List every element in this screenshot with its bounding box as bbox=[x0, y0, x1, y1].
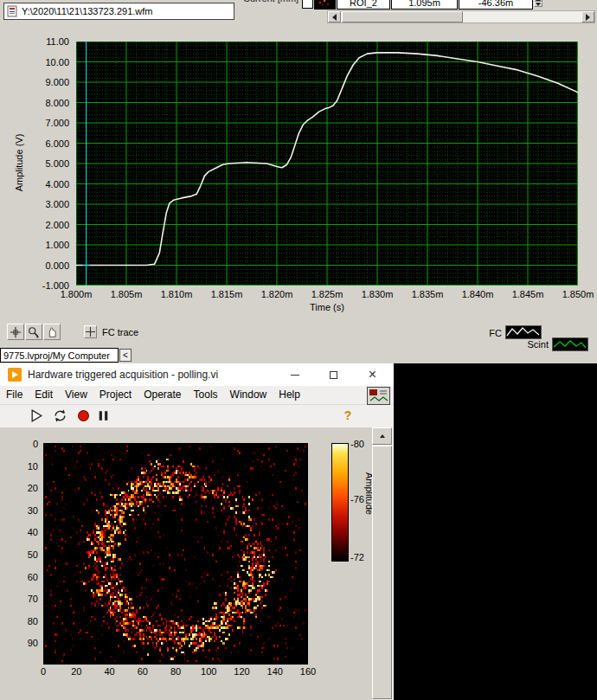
y-tick-label: 6.000 bbox=[45, 138, 69, 149]
roi-value1-cell[interactable]: 1.095m bbox=[391, 0, 458, 10]
intensity-y-tick-label: 60 bbox=[28, 572, 38, 582]
scroll-right-icon bbox=[586, 14, 590, 21]
menu-item-view[interactable]: View bbox=[59, 386, 93, 404]
zoom-tool-button[interactable] bbox=[25, 324, 42, 340]
help-icon: ? bbox=[344, 408, 352, 422]
x-tick-label: 1.810m bbox=[157, 289, 196, 299]
y-tick-label: 4.000 bbox=[45, 179, 69, 189]
run-button[interactable] bbox=[29, 408, 45, 424]
menu-item-edit[interactable]: Edit bbox=[29, 386, 59, 404]
horizontal-scrollbar[interactable] bbox=[327, 10, 595, 23]
maximize-icon bbox=[330, 371, 337, 379]
pause-button[interactable] bbox=[96, 408, 112, 424]
scrollbar-thumb[interactable] bbox=[342, 11, 463, 22]
intensity-y-ticks: 0102030405060708090 bbox=[12, 443, 40, 677]
close-icon: × bbox=[369, 367, 376, 382]
scroll-left-button[interactable] bbox=[328, 11, 341, 22]
vertical-scrollbar-thumb[interactable] bbox=[372, 446, 392, 699]
x-tick-label: 1.830m bbox=[358, 289, 396, 299]
x-tick-label: 1.800m bbox=[57, 289, 95, 299]
pan-tool-button[interactable] bbox=[43, 324, 61, 340]
clipped-header-label: Current [mm] bbox=[243, 0, 298, 3]
colorbar-tick-label: -80 bbox=[350, 439, 364, 449]
intensity-x-ticks: 020406080100120140160 bbox=[43, 666, 313, 678]
intensity-graph[interactable] bbox=[43, 443, 308, 665]
spinner-down-icon[interactable] bbox=[534, 2, 542, 7]
fc-waveform-icon bbox=[506, 326, 541, 338]
menu-item-project[interactable]: Project bbox=[93, 386, 138, 404]
vi-toolbar: ? bbox=[0, 406, 394, 427]
scroll-up-icon bbox=[380, 434, 385, 438]
y-tick-label: 7.000 bbox=[45, 118, 69, 128]
target-text: 9775.lvproj/My Computer bbox=[3, 350, 110, 361]
intensity-x-tick-label: 120 bbox=[229, 666, 255, 677]
intensity-y-tick-label: 10 bbox=[28, 461, 38, 472]
cursor-move-icon bbox=[86, 327, 95, 337]
abort-button[interactable] bbox=[76, 408, 92, 424]
cursor-legend-button[interactable] bbox=[84, 325, 97, 338]
y-tick-label: 3.000 bbox=[45, 199, 69, 209]
waveform-plot[interactable] bbox=[76, 42, 578, 286]
intensity-x-tick-label: 0 bbox=[30, 666, 56, 677]
y-axis-ticks: 11.0010.009.0008.0007.0006.0005.0004.000… bbox=[29, 42, 73, 292]
y-tick-label: 2.000 bbox=[45, 220, 69, 230]
y-tick-label: 10.00 bbox=[45, 57, 69, 67]
file-path-text: Y:\2020\11\21\133723.291.wfm bbox=[22, 6, 152, 16]
x-tick-label: 1.820m bbox=[258, 289, 296, 299]
intensity-y-tick-label: 40 bbox=[28, 527, 38, 537]
legend-swatch-fc[interactable] bbox=[505, 325, 542, 339]
roi-thumbnail-icon bbox=[314, 0, 336, 10]
title-bar: Hardware triggered acquisition - polling… bbox=[0, 363, 394, 386]
target-back-button[interactable]: < bbox=[119, 349, 132, 362]
run-arrow-icon bbox=[29, 408, 44, 423]
x-axis-label: Time (s) bbox=[76, 302, 578, 312]
run-continuously-button[interactable] bbox=[53, 408, 68, 424]
intensity-y-tick-label: 20 bbox=[28, 483, 38, 493]
intensity-x-tick-label: 60 bbox=[130, 666, 156, 677]
legend-swatch-scint[interactable] bbox=[552, 337, 588, 351]
target-indicator: 9775.lvproj/My Computer bbox=[0, 348, 119, 363]
intensity-y-tick-label: 0 bbox=[33, 439, 38, 449]
context-help-button[interactable]: ? bbox=[341, 408, 355, 424]
minimize-button[interactable] bbox=[275, 363, 314, 386]
roi-spinner[interactable] bbox=[534, 0, 542, 7]
x-tick-label: 1.850m bbox=[559, 289, 597, 299]
intensity-x-tick-label: 160 bbox=[295, 666, 321, 677]
waveform-svg bbox=[76, 42, 578, 286]
x-tick-label: 1.840m bbox=[459, 289, 497, 299]
close-button[interactable]: × bbox=[353, 363, 392, 386]
run-continuous-icon bbox=[53, 408, 67, 423]
x-tick-label: 1.845m bbox=[509, 289, 547, 299]
roi-expand-button[interactable] bbox=[302, 0, 313, 9]
maximize-button[interactable] bbox=[314, 363, 353, 386]
roi-name-cell[interactable]: ROI_2 bbox=[337, 0, 390, 10]
scroll-up-button[interactable] bbox=[372, 427, 392, 445]
intensity-y-tick-label: 70 bbox=[28, 594, 38, 604]
vi-icon[interactable] bbox=[367, 387, 390, 405]
vi-window: Hardware triggered acquisition - polling… bbox=[0, 363, 394, 700]
color-ramp[interactable] bbox=[331, 443, 349, 562]
menu-item-window[interactable]: Window bbox=[224, 386, 273, 404]
cursor-tool-button[interactable] bbox=[7, 324, 24, 340]
cursor-legend-label[interactable]: FC trace bbox=[102, 327, 138, 337]
file-icon bbox=[7, 5, 18, 17]
y-tick-label: 11.00 bbox=[46, 36, 69, 47]
roi-value2-cell[interactable]: -46.36m bbox=[459, 0, 533, 10]
legend-label-fc[interactable]: FC bbox=[474, 328, 502, 338]
scroll-right-button[interactable] bbox=[581, 11, 594, 22]
menu-item-operate[interactable]: Operate bbox=[138, 386, 187, 404]
menu-item-file[interactable]: File bbox=[0, 386, 29, 404]
crosshair-icon bbox=[10, 326, 22, 338]
waveform-window: Y:\2020\11\21\133723.291.wfm Current [mm… bbox=[0, 0, 597, 363]
x-tick-label: 1.805m bbox=[107, 289, 145, 299]
x-axis-ticks: 1.800m1.805m1.810m1.815m1.820m1.825m1.83… bbox=[76, 289, 595, 301]
y-tick-label: 1.000 bbox=[45, 240, 69, 250]
legend-label-scint[interactable]: Scint bbox=[514, 339, 549, 350]
menu-item-help[interactable]: Help bbox=[273, 386, 306, 404]
intensity-x-tick-label: 40 bbox=[97, 666, 123, 677]
vertical-scrollbar[interactable] bbox=[372, 427, 394, 700]
intensity-x-tick-label: 20 bbox=[63, 666, 89, 677]
labview-icon[interactable] bbox=[8, 368, 22, 382]
menu-item-tools[interactable]: Tools bbox=[188, 386, 224, 404]
file-path-control[interactable]: Y:\2020\11\21\133723.291.wfm bbox=[3, 3, 234, 20]
